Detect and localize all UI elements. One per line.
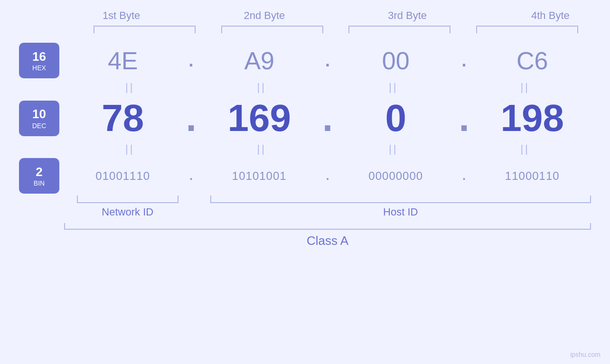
dec-badge-label: DEC <box>32 122 47 130</box>
dec-dot3: . <box>455 96 474 140</box>
labels-row: Network ID Host ID <box>64 206 591 218</box>
bin-dot1: . <box>182 169 201 183</box>
eq1-b4: || <box>460 81 591 93</box>
hex-row: 16 HEX 4E . A9 . 00 . C6 <box>19 43 591 78</box>
hex-dot2: . <box>318 51 337 71</box>
byte1-header: 1st Byte <box>50 9 193 26</box>
hex-b3: 00 <box>382 47 410 75</box>
hex-badge: 16 HEX <box>19 43 59 78</box>
bin-badge-num: 2 <box>36 165 42 179</box>
eq2-b4: || <box>460 143 591 155</box>
dec-b3: 0 <box>385 96 407 140</box>
watermark: ipshu.com <box>570 351 601 358</box>
byte3-header: 3rd Byte <box>336 9 479 26</box>
host-bracket-cell <box>210 196 591 203</box>
bottom-brackets-row <box>64 196 591 203</box>
dec-b1: 78 <box>102 96 144 140</box>
equals-row-2: || || || || <box>64 140 591 158</box>
host-bracket <box>210 196 591 203</box>
dec-dot1: . <box>182 96 201 140</box>
hex-b2: A9 <box>244 47 274 75</box>
hex-badge-num: 16 <box>32 49 46 64</box>
bin-b1: 01001110 <box>95 169 150 183</box>
byte2-header: 2nd Byte <box>193 9 336 26</box>
eq1-b1: || <box>64 81 196 93</box>
dec-b4: 198 <box>501 96 564 140</box>
bin-dot3: . <box>455 169 474 183</box>
eq2-b3: || <box>328 143 460 155</box>
hex-badge-label: HEX <box>32 64 46 72</box>
bin-badge-label: BIN <box>34 179 45 187</box>
dec-dot2: . <box>318 96 337 140</box>
bottom-brackets-section: Network ID Host ID <box>64 196 591 218</box>
eq2-b2: || <box>196 143 328 155</box>
network-bracket <box>77 196 178 203</box>
bin-b3: 00000000 <box>368 169 423 183</box>
byte-headers: 1st Byte 2nd Byte 3rd Byte 4th Byte <box>50 9 610 26</box>
top-brackets <box>81 26 591 33</box>
dec-badge: 10 DEC <box>19 101 59 136</box>
hex-dot3: . <box>455 51 474 71</box>
dec-badge-num: 10 <box>32 107 46 121</box>
equals-row-1: || || || || <box>64 78 591 96</box>
main-container: 1st Byte 2nd Byte 3rd Byte 4th Byte 16 H… <box>0 0 610 364</box>
host-id-label: Host ID <box>210 206 591 218</box>
eq2-b1: || <box>64 143 196 155</box>
byte4-header: 4th Byte <box>479 9 610 26</box>
bin-dot2: . <box>318 169 337 183</box>
network-bracket-cell <box>64 196 191 203</box>
eq1-b3: || <box>328 81 460 93</box>
hex-dot1: . <box>182 51 201 71</box>
hex-b1: 4E <box>108 47 138 75</box>
dec-row: 10 DEC 78 . 169 . 0 . 198 <box>19 96 591 140</box>
dec-b2: 169 <box>228 96 291 140</box>
class-section: Class A <box>64 223 591 248</box>
class-bracket <box>64 223 591 230</box>
bin-row: 2 BIN 01001110 . 10101001 . 00000000 . 1… <box>19 158 591 194</box>
class-label: Class A <box>64 233 591 248</box>
network-id-label: Network ID <box>64 206 191 218</box>
bin-badge: 2 BIN <box>19 158 59 194</box>
hex-b4: C6 <box>516 47 548 75</box>
bin-b4: 11000110 <box>505 169 560 183</box>
bin-b2: 10101001 <box>232 169 287 183</box>
eq1-b2: || <box>196 81 328 93</box>
